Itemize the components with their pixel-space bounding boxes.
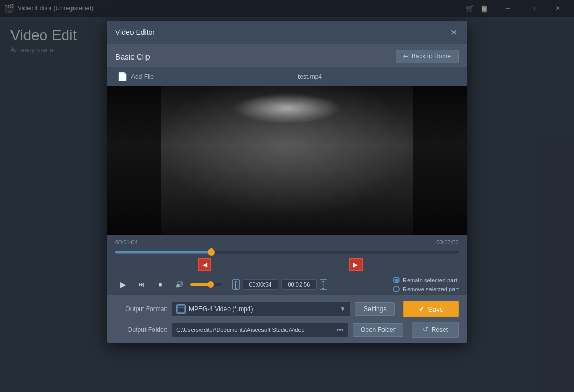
modal-close-button[interactable]: ✕ bbox=[448, 27, 459, 38]
svg-point-5 bbox=[244, 95, 330, 113]
radio-group: Remain selected part Remove selected par… bbox=[393, 277, 459, 292]
time-right: 00:03:53 bbox=[436, 239, 459, 245]
clip-handle-left[interactable]: ◀ bbox=[198, 258, 211, 271]
time-left: 00:01:04 bbox=[115, 239, 138, 245]
volume-button[interactable]: 🔊 bbox=[172, 277, 186, 292]
back-to-home-button[interactable]: ↩ Back to Home bbox=[396, 50, 459, 63]
remove-selected-radio[interactable]: Remove selected part bbox=[393, 286, 459, 292]
volume-slider[interactable] bbox=[190, 281, 222, 288]
modal-title: Video Editor bbox=[115, 28, 155, 37]
scrubber-thumb[interactable] bbox=[208, 248, 215, 256]
remove-radio-dot bbox=[393, 286, 400, 292]
play-button[interactable]: ▶ bbox=[115, 277, 130, 292]
folder-row: Output Folder: C:\Users\editer\Documents… bbox=[115, 322, 459, 338]
folder-label: Output Folder: bbox=[115, 326, 168, 334]
back-home-icon: ↩ bbox=[403, 53, 409, 60]
reset-button-col: ↺ Reset bbox=[412, 322, 459, 338]
folder-dots-button[interactable]: ••• bbox=[336, 326, 344, 334]
reset-button[interactable]: ↺ Reset bbox=[412, 322, 459, 338]
folder-path-display: C:\Users\editer\Documents\Aiseesoft Stud… bbox=[172, 323, 349, 337]
format-row: Output Format: MPEG-4 Video (*.mp4) ▼ Se… bbox=[115, 301, 459, 317]
add-file-button[interactable]: 📄 Add File bbox=[115, 70, 156, 82]
clip-handles-row: ◀ ▶ bbox=[115, 258, 459, 271]
video-right-shadow bbox=[413, 86, 468, 235]
svg-point-7 bbox=[269, 165, 305, 200]
video-preview-container bbox=[107, 86, 467, 235]
modal-body: Basic Clip ↩ Back to Home 📄 Add File tes… bbox=[107, 44, 467, 343]
clip-header: Basic Clip ↩ Back to Home bbox=[107, 44, 467, 67]
format-label: Output Format: bbox=[115, 305, 168, 313]
file-toolbar: 📄 Add File test.mp4 bbox=[107, 67, 467, 86]
save-check-icon: ✔ bbox=[418, 305, 425, 313]
clip-end-icon: ] bbox=[320, 279, 327, 290]
clip-end-input[interactable] bbox=[281, 279, 317, 290]
controls-bar: ▶ ⏭ ■ 🔊 [ ] bbox=[107, 274, 467, 295]
output-section: Output Format: MPEG-4 Video (*.mp4) ▼ Se… bbox=[107, 295, 467, 343]
svg-rect-8 bbox=[178, 306, 184, 312]
svg-point-4 bbox=[161, 93, 413, 212]
format-value: MPEG-4 Video (*.mp4) bbox=[189, 305, 253, 313]
action-buttons: ✔ Save bbox=[403, 301, 459, 317]
time-labels: 00:01:04 00:03:53 bbox=[115, 239, 459, 245]
remain-selected-radio[interactable]: Remain selected part bbox=[393, 277, 459, 283]
clip-title: Basic Clip bbox=[115, 52, 150, 61]
svg-point-6 bbox=[197, 205, 377, 235]
modal-header: Video Editor ✕ bbox=[107, 21, 467, 44]
file-name-label: test.mp4 bbox=[298, 73, 322, 80]
reset-icon: ↺ bbox=[423, 326, 428, 334]
clip-start-icon: [ bbox=[232, 279, 240, 290]
format-select[interactable]: MPEG-4 Video (*.mp4) ▼ bbox=[172, 301, 351, 317]
step-forward-button[interactable]: ⏭ bbox=[134, 277, 149, 292]
add-file-icon: 📄 bbox=[117, 72, 128, 81]
scrubber-row[interactable] bbox=[115, 247, 459, 257]
format-icon bbox=[176, 304, 186, 314]
video-editor-modal: Video Editor ✕ Basic Clip ↩ Back to Home… bbox=[107, 21, 467, 343]
svg-rect-3 bbox=[172, 86, 402, 235]
svg-rect-1 bbox=[107, 86, 172, 235]
modal-overlay: Video Editor ✕ Basic Clip ↩ Back to Home… bbox=[0, 0, 574, 392]
timeline-area: 00:01:04 00:03:53 ◀ ▶ bbox=[107, 235, 467, 274]
open-folder-button[interactable]: Open Folder bbox=[353, 323, 403, 337]
chevron-down-icon: ▼ bbox=[340, 305, 346, 313]
folder-path-text: C:\Users\editer\Documents\Aiseesoft Stud… bbox=[176, 327, 305, 333]
clip-handle-right[interactable]: ▶ bbox=[349, 258, 363, 271]
stop-button[interactable]: ■ bbox=[153, 277, 168, 292]
clip-time-inputs: [ ] bbox=[232, 279, 327, 290]
save-button[interactable]: ✔ Save bbox=[403, 301, 459, 317]
remain-radio-dot bbox=[393, 277, 400, 283]
settings-button[interactable]: Settings bbox=[355, 302, 395, 316]
clip-start-input[interactable] bbox=[243, 279, 278, 290]
play-icon: ▶ bbox=[120, 280, 126, 289]
